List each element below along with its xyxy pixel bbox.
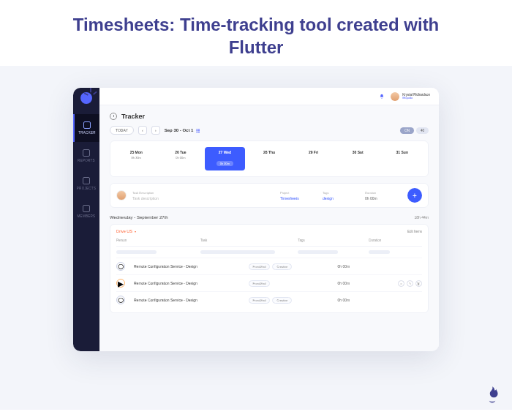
page-title: Timesheets: Time-tracking tool created w…	[0, 0, 512, 66]
sidebar-item-label: MEMBERS	[78, 214, 96, 218]
project-label: Project	[280, 191, 317, 195]
svg-line-1	[84, 94, 88, 96]
spark-decoration	[84, 88, 97, 101]
day-thu[interactable]: 28 Thu	[249, 147, 290, 170]
reports-icon	[83, 149, 90, 157]
project-select[interactable]: Timesheets	[280, 196, 317, 200]
sidebar-item-tracker[interactable]: TRACKER	[73, 114, 99, 142]
task-desc-input[interactable]: Task description	[132, 196, 274, 200]
calendar-icon[interactable]: ☷	[196, 128, 200, 133]
tag: Creative	[272, 297, 292, 304]
date-row: TODAY ‹ › Sep 30 - Oct 1 ☷ ON 40	[110, 126, 429, 135]
sidebar-item-projects[interactable]: PROJECTS	[73, 170, 99, 198]
sidebar-item-label: PROJECTS	[77, 187, 96, 190]
prev-week-button[interactable]: ‹	[138, 126, 147, 135]
main-area: Krystal Richardson Miquido Tracker TODAY…	[99, 88, 439, 351]
avatar	[391, 92, 399, 101]
tag: Front-End	[249, 263, 271, 270]
members-icon	[83, 205, 90, 212]
edit-items-link[interactable]: Edit Items	[407, 230, 422, 233]
topbar: Krystal Richardson Miquido	[99, 88, 439, 105]
status-icon[interactable]: ○	[116, 296, 125, 304]
sidebar-item-label: REPORTS	[78, 159, 95, 162]
sidebar-item-label: TRACKER	[78, 131, 96, 135]
date-range: Sep 30 - Oct 1 ☷	[165, 128, 200, 133]
add-task-button[interactable]: +	[407, 188, 422, 203]
day-wed[interactable]: 27 Wed 0h 00m	[205, 147, 245, 170]
day-sun[interactable]: 31 Sun	[382, 147, 422, 170]
clock-icon	[110, 113, 117, 120]
tags-label: Tags	[323, 191, 359, 195]
avatar	[116, 190, 127, 200]
user-chip[interactable]: Krystal Richardson Miquido	[391, 92, 430, 101]
brand-flame-icon	[483, 385, 502, 404]
content: Tracker TODAY ‹ › Sep 30 - Oct 1 ☷ ON	[99, 105, 439, 351]
user-org: Miquido	[402, 97, 430, 100]
column-headers: Person Task Tags Duration	[116, 236, 422, 247]
week-strip: 25 Mon 8h 30m 26 Tue 0h 00m 27 Wed 0h 00…	[110, 140, 429, 177]
time-entry-row: ▸ Remote Configuration Service - Design …	[116, 275, 422, 292]
clock-icon	[83, 121, 91, 129]
task-desc-label: Task Description	[132, 191, 274, 195]
duration: 0h 00m	[337, 298, 388, 302]
section-title: Tracker	[121, 113, 145, 120]
time-entry-row: ○ Remote Configuration Service - Design …	[116, 258, 422, 275]
person-filter[interactable]: Drive US ▾	[116, 229, 136, 233]
day-fri[interactable]: 29 Fri	[293, 147, 334, 170]
day-mon[interactable]: 25 Mon 8h 30m	[116, 147, 157, 170]
tags-select[interactable]: design	[323, 196, 359, 200]
stage: TRACKER REPORTS PROJECTS MEMBERS	[0, 66, 512, 410]
tag: Creative	[272, 263, 292, 270]
chevron-down-icon: ▾	[135, 230, 136, 233]
duration-input[interactable]: 0h 00m	[365, 196, 402, 200]
projects-icon	[83, 177, 90, 184]
app-window: TRACKER REPORTS PROJECTS MEMBERS	[73, 88, 439, 351]
task-name: Remote Configuration Service - Design	[134, 298, 244, 302]
day-sat[interactable]: 30 Sat	[338, 147, 378, 170]
tag: Front-End	[249, 280, 271, 287]
entries-card: Drive US ▾ Edit Items Person Task Tags D…	[110, 224, 429, 313]
task-name: Remote Configuration Service - Design	[134, 281, 244, 285]
total-toggle[interactable]: ON 40	[400, 127, 429, 134]
day-tue[interactable]: 26 Tue 0h 00m	[161, 147, 201, 170]
skeleton-row	[116, 247, 422, 258]
sidebar: TRACKER REPORTS PROJECTS MEMBERS	[73, 88, 99, 351]
task-name: Remote Configuration Service - Design	[134, 264, 244, 269]
sidebar-item-reports[interactable]: REPORTS	[73, 142, 99, 170]
sidebar-item-members[interactable]: MEMBERS	[73, 198, 99, 225]
new-task-row: Task Description Task description Projec…	[110, 183, 429, 208]
duration: 0h 00m	[337, 281, 388, 285]
svg-line-2	[94, 92, 97, 95]
today-button[interactable]: TODAY	[110, 126, 134, 135]
day-total: 18h 44m	[415, 215, 429, 220]
day-header: Wednesday - September 27th	[110, 215, 168, 220]
status-icon[interactable]: ○	[116, 262, 125, 271]
start-button[interactable]: ○	[398, 280, 404, 287]
bell-icon[interactable]	[379, 94, 385, 100]
edit-button[interactable]: ✎	[407, 280, 413, 287]
delete-button[interactable]: 🗑	[415, 280, 422, 287]
play-icon[interactable]: ▸	[116, 279, 125, 288]
duration: 0h 00m	[337, 264, 388, 269]
next-week-button[interactable]: ›	[151, 126, 160, 135]
time-entry-row: ○ Remote Configuration Service - Design …	[116, 292, 422, 308]
tag: Front-End	[249, 297, 271, 304]
duration-label: Duration	[365, 191, 402, 195]
